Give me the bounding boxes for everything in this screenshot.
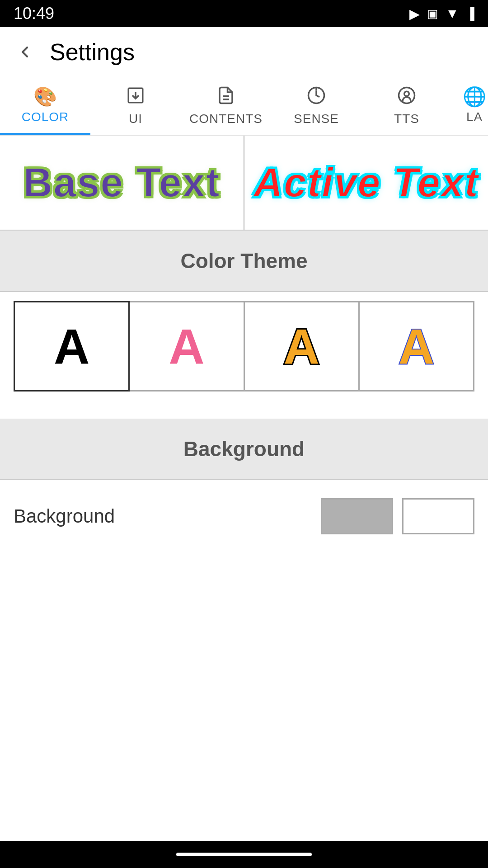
color-theme-header: Color Theme bbox=[0, 231, 488, 291]
letter-a-gold-black: A bbox=[283, 321, 319, 371]
background-title: Background bbox=[183, 437, 305, 461]
signal-icon: ▐ bbox=[466, 7, 474, 21]
tab-la[interactable]: 🌐 LA bbox=[452, 77, 488, 135]
color-icon: 🎨 bbox=[33, 87, 57, 106]
preview-active[interactable]: Active Text bbox=[244, 136, 488, 230]
letter-a-pink: A bbox=[169, 321, 204, 371]
active-text: Active Text bbox=[253, 160, 479, 206]
preview-base[interactable]: Base Text bbox=[0, 136, 244, 230]
status-bar: 10:49 ▶ ▣ ▼ ▐ bbox=[0, 0, 488, 27]
swatch-gray[interactable] bbox=[321, 498, 393, 534]
sense-icon bbox=[307, 86, 326, 108]
tab-contents-label: CONTENTS bbox=[189, 112, 263, 126]
back-button[interactable] bbox=[9, 36, 41, 68]
wifi-icon: ▼ bbox=[446, 6, 459, 21]
letter-a-gold-blue: A bbox=[399, 321, 434, 371]
tab-la-label: LA bbox=[466, 110, 483, 124]
tts-icon bbox=[397, 86, 416, 108]
tab-ui[interactable]: UI bbox=[90, 77, 181, 135]
la-icon: 🌐 bbox=[463, 87, 486, 106]
background-section: Background Background bbox=[0, 419, 488, 552]
theme-option-black[interactable]: A bbox=[14, 301, 130, 392]
tab-color-label: COLOR bbox=[22, 110, 69, 124]
page-title: Settings bbox=[50, 38, 135, 66]
top-bar: Settings bbox=[0, 27, 488, 77]
svg-point-6 bbox=[404, 91, 409, 96]
status-time: 10:49 bbox=[14, 4, 54, 23]
color-theme-title: Color Theme bbox=[180, 249, 307, 273]
bottom-nav-indicator bbox=[176, 853, 312, 856]
bottom-nav bbox=[0, 841, 488, 868]
base-text: Base Text bbox=[23, 160, 221, 206]
tab-ui-label: UI bbox=[129, 112, 142, 126]
tab-bar: 🎨 COLOR UI CONTENTS bbox=[0, 77, 488, 136]
theme-option-gold-black[interactable]: A bbox=[245, 301, 360, 392]
theme-option-gold-blue[interactable]: A bbox=[360, 301, 474, 392]
background-row: Background bbox=[0, 480, 488, 552]
tab-color[interactable]: 🎨 COLOR bbox=[0, 77, 90, 135]
play-icon: ▶ bbox=[409, 6, 420, 22]
tab-sense[interactable]: SENSE bbox=[271, 77, 361, 135]
theme-option-pink[interactable]: A bbox=[130, 301, 244, 392]
color-theme-row: A A A A bbox=[0, 292, 488, 401]
sim-icon: ▣ bbox=[427, 7, 438, 21]
ui-icon bbox=[126, 86, 145, 108]
preview-section: Base Text Active Text bbox=[0, 136, 488, 231]
contents-icon bbox=[216, 86, 235, 108]
tab-tts[interactable]: TTS bbox=[361, 77, 452, 135]
tab-tts-label: TTS bbox=[394, 112, 419, 126]
background-label: Background bbox=[14, 505, 115, 527]
tab-contents[interactable]: CONTENTS bbox=[181, 77, 271, 135]
background-swatches bbox=[321, 498, 474, 534]
tab-sense-label: SENSE bbox=[294, 112, 339, 126]
background-header: Background bbox=[0, 419, 488, 479]
status-icons: ▶ ▣ ▼ ▐ bbox=[409, 6, 474, 22]
letter-a-black: A bbox=[54, 321, 89, 371]
swatch-white[interactable] bbox=[402, 498, 474, 534]
